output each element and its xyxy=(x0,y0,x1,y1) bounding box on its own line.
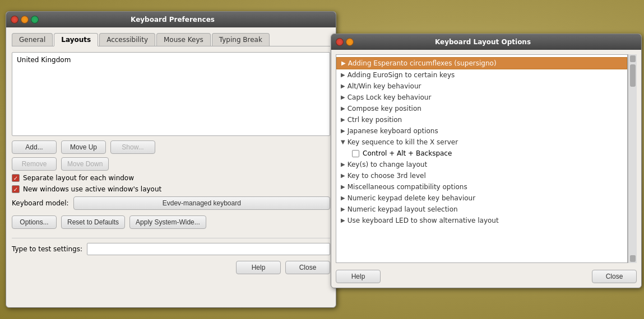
checkbox-separate-layout[interactable]: Separate layout for each window xyxy=(12,174,330,182)
options-item-label-0: Adding Esperanto circumflexes (supersign… xyxy=(348,59,497,67)
tab-typing-break[interactable]: Typing Break xyxy=(212,33,270,46)
options-button[interactable]: Options... xyxy=(12,215,57,229)
keyboard-layout-options-window: Keyboard Layout Options ▶ Adding Esperan… xyxy=(331,34,642,288)
arrow-icon-2: ▶ xyxy=(341,83,345,89)
sub-item-label: Control + Alt + Backspace xyxy=(363,149,452,157)
move-down-button[interactable]: Move Down xyxy=(61,157,109,171)
options-item-label-13: Use keyboard LED to show alternative lay… xyxy=(348,217,499,224)
options-bottom-buttons: Help Close xyxy=(336,268,637,283)
checkbox-separate-layout-icon xyxy=(12,174,20,182)
options-item-label-8: Key(s) to change layout xyxy=(348,161,427,168)
action-buttons-row: Options... Reset to Defaults Apply Syste… xyxy=(12,215,330,229)
list-item[interactable]: ▶ Key to choose 3rd level xyxy=(336,170,627,181)
keyboard-preferences-window: Keyboard Preferences General Layouts Acc… xyxy=(6,11,336,308)
add-button[interactable]: Add... xyxy=(12,140,57,154)
tab-general[interactable]: General xyxy=(12,33,53,46)
main-window-titlebar: Keyboard Preferences xyxy=(6,12,336,27)
remove-button[interactable]: Remove xyxy=(12,157,57,171)
keyboard-model-row: Keyboard model: Evdev-managed keyboard xyxy=(12,196,330,210)
list-item[interactable]: ▶ Adding EuroSign to certain keys xyxy=(336,69,627,81)
options-item-label-2: Alt/Win key behaviour xyxy=(348,82,421,90)
options-item-label-3: Caps Lock key behaviour xyxy=(348,93,432,101)
options-item-label-9: Key to choose 3rd level xyxy=(348,172,426,180)
list-item[interactable]: ▶ Compose key position xyxy=(336,103,627,114)
options-window-titlebar: Keyboard Layout Options xyxy=(331,34,641,50)
arrow-icon-9: ▶ xyxy=(341,172,345,179)
sub-item-checkbox[interactable] xyxy=(352,150,359,157)
main-window-content: General Layouts Accessibility Mouse Keys… xyxy=(6,27,336,280)
buttons-row-1: Add... Move Up Show... xyxy=(12,140,330,154)
options-window-title: Keyboard Layout Options xyxy=(329,38,637,46)
type-test-row: Type to test settings: xyxy=(12,243,330,255)
main-bottom-buttons: Help Close xyxy=(12,261,330,274)
options-scrollbar[interactable] xyxy=(628,54,637,263)
list-item[interactable]: ▶ Caps Lock key behaviour xyxy=(336,92,627,103)
arrow-icon-3: ▶ xyxy=(341,94,345,100)
move-up-button[interactable]: Move Up xyxy=(61,140,106,154)
checkbox-new-windows-label: New windows use active window's layout xyxy=(23,185,161,193)
type-test-input[interactable] xyxy=(87,243,330,255)
keyboard-model-label: Keyboard model: xyxy=(12,199,69,207)
arrow-icon-4: ▶ xyxy=(341,105,345,111)
options-scrollbar-area: ▶ Adding Esperanto circumflexes (supersi… xyxy=(336,54,637,263)
arrow-down-icon-7: ▼ xyxy=(341,139,345,145)
options-item-label-12: Numeric keypad layout selection xyxy=(348,205,458,213)
options-item-label-4: Compose key position xyxy=(348,105,421,112)
tab-accessibility[interactable]: Accessibility xyxy=(99,33,155,46)
options-item-label-6: Japanese keyboard options xyxy=(348,127,438,135)
buttons-row-2: Remove Move Down xyxy=(12,157,330,171)
tabs-bar: General Layouts Accessibility Mouse Keys… xyxy=(12,33,330,46)
list-item[interactable]: ▶ Numeric keypad layout selection xyxy=(336,204,627,215)
list-item[interactable]: ▶ Key(s) to change layout xyxy=(336,159,627,170)
checkbox-separate-layout-label: Separate layout for each window xyxy=(23,174,134,182)
list-item[interactable]: ▶ Numeric keypad delete key behaviour xyxy=(336,193,627,204)
main-help-button[interactable]: Help xyxy=(236,261,281,274)
arrow-icon-11: ▶ xyxy=(341,195,345,201)
type-test-label: Type to test settings: xyxy=(12,245,82,253)
options-item-label-11: Numeric keypad delete key behaviour xyxy=(348,194,475,202)
tab-layouts[interactable]: Layouts xyxy=(54,33,98,46)
list-item[interactable]: ▶ Japanese keyboard options xyxy=(336,125,627,137)
scrollbar-thumb[interactable] xyxy=(630,64,636,87)
checkbox-new-windows[interactable]: New windows use active window's layout xyxy=(12,185,330,193)
arrow-icon-5: ▶ xyxy=(341,116,345,123)
tab-mouse-keys[interactable]: Mouse Keys xyxy=(156,33,211,46)
list-item[interactable]: United Kingdom xyxy=(15,55,327,65)
arrow-icon-10: ▶ xyxy=(341,184,345,190)
list-item[interactable]: ▶ Ctrl key position xyxy=(336,114,627,125)
arrow-icon-13: ▶ xyxy=(341,217,345,223)
main-close-button[interactable]: Close xyxy=(285,261,330,274)
options-list[interactable]: ▶ Adding Esperanto circumflexes (supersi… xyxy=(336,54,628,263)
list-item[interactable]: ▶ Use keyboard LED to show alternative l… xyxy=(336,215,627,226)
layout-list[interactable]: United Kingdom xyxy=(12,52,330,136)
options-item-label-1: Adding EuroSign to certain keys xyxy=(348,71,455,79)
reset-defaults-button[interactable]: Reset to Defaults xyxy=(61,215,125,229)
options-item-label-5: Ctrl key position xyxy=(348,116,402,124)
checkbox-new-windows-icon xyxy=(12,185,20,193)
show-button[interactable]: Show... xyxy=(110,140,155,154)
arrow-icon-12: ▶ xyxy=(341,206,345,212)
arrow-icon-8: ▶ xyxy=(341,161,345,167)
options-item-label-10: Miscellaneous compatibility options xyxy=(348,183,467,191)
list-item[interactable]: ▶ Miscellaneous compatibility options xyxy=(336,181,627,193)
arrow-icon-0: ▶ xyxy=(341,60,346,66)
arrow-icon-1: ▶ xyxy=(341,72,345,78)
apply-system-wide-button[interactable]: Apply System-Wide... xyxy=(129,215,206,229)
main-window-title: Keyboard Preferences xyxy=(14,16,331,24)
list-item[interactable]: ▶ Adding Esperanto circumflexes (supersi… xyxy=(336,57,627,69)
options-sub-item[interactable]: Control + Alt + Backspace xyxy=(336,148,627,159)
options-window-content: ▶ Adding Esperanto circumflexes (supersi… xyxy=(331,50,641,288)
list-item[interactable]: ▼ Key sequence to kill the X server xyxy=(336,137,627,148)
arrow-icon-6: ▶ xyxy=(341,128,345,134)
keyboard-model-button[interactable]: Evdev-managed keyboard xyxy=(73,196,330,210)
list-item[interactable]: ▶ Alt/Win key behaviour xyxy=(336,81,627,92)
options-help-button[interactable]: Help xyxy=(336,270,381,283)
options-item-label-7: Key sequence to kill the X server xyxy=(348,138,458,146)
options-close-button[interactable]: Close xyxy=(592,270,637,283)
